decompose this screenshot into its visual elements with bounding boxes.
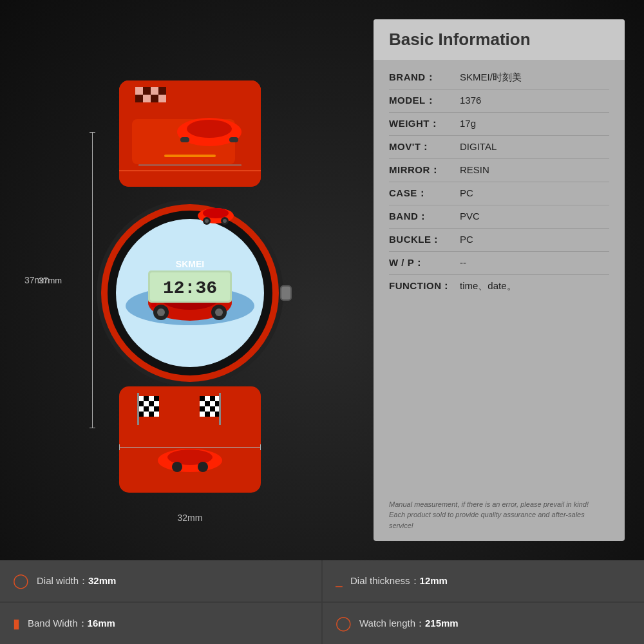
svg-rect-49 [138, 401, 144, 406]
spec-row-1: ◯ Dial width：32mm ⎯ Dial thickness：12mm [0, 560, 644, 601]
svg-rect-52 [154, 401, 159, 406]
info-row-label: BRAND： [389, 71, 460, 84]
svg-rect-64 [210, 396, 215, 401]
svg-rect-70 [200, 406, 205, 412]
band-width-value: 16mm [88, 618, 115, 629]
footer-line1: Manual measurement, if there is an error… [389, 499, 609, 510]
info-header: Basic Information [374, 19, 625, 60]
dial-thickness-icon: ⎯ [336, 574, 343, 588]
band-width-text: Band Width：16mm [28, 618, 115, 630]
info-header-title: Basic Information [389, 30, 531, 49]
horizontal-dimension-line [119, 447, 261, 448]
svg-rect-13 [158, 95, 166, 102]
svg-rect-10 [135, 95, 143, 102]
info-row-label: W / P： [389, 257, 460, 269]
svg-point-81 [172, 462, 182, 472]
info-row-label: MOV'T： [389, 141, 460, 153]
spec-row-2: ▮ Band Width：16mm ◯ Watch length：215mm [0, 603, 644, 644]
svg-rect-19 [138, 164, 242, 166]
info-row-value: 1376 [460, 95, 481, 106]
width-label: 32mm [178, 513, 203, 523]
svg-rect-76 [210, 412, 215, 417]
info-row-label: MIRROR： [389, 164, 460, 176]
svg-rect-8 [151, 87, 158, 95]
info-row-value: -- [460, 257, 466, 268]
svg-rect-58 [144, 412, 149, 417]
info-row: CASE：PC [389, 182, 609, 205]
svg-point-39 [203, 208, 229, 218]
svg-rect-63 [205, 396, 210, 401]
info-row-value: DIGITAL [460, 141, 497, 152]
svg-rect-18 [164, 155, 216, 157]
svg-rect-56 [154, 406, 159, 412]
svg-rect-66 [200, 401, 205, 406]
svg-rect-11 [143, 95, 151, 102]
info-row-value: time、date。 [460, 280, 516, 292]
info-panel: Basic Information BRAND：SKMEI/时刻美MODEL：1… [374, 19, 625, 541]
svg-rect-54 [144, 406, 149, 412]
svg-text:SKMEI: SKMEI [176, 259, 204, 269]
svg-point-31 [215, 308, 223, 316]
svg-rect-72 [210, 406, 215, 412]
info-row: MOV'T：DIGITAL [389, 136, 609, 159]
watch-length-value: 215mm [425, 618, 459, 629]
dial-thickness-value: 12mm [420, 575, 448, 586]
info-body: BRAND：SKMEI/时刻美MODEL：1376WEIGHT：17gMOV'T… [374, 60, 625, 493]
info-row: FUNCTION：time、date。 [389, 275, 609, 298]
svg-rect-12 [151, 95, 158, 102]
info-row-label: CASE： [389, 187, 460, 200]
svg-rect-74 [200, 412, 205, 417]
svg-rect-17 [229, 137, 238, 142]
footer-line2: Each product sold to provide quality ass… [389, 509, 609, 531]
info-row-value: SKMEI/时刻美 [460, 71, 522, 84]
bottom-section: ◯ Dial width：32mm ⎯ Dial thickness：12mm … [0, 560, 644, 644]
info-row-label: BUCKLE： [389, 234, 460, 246]
band-width-label: Band Width： [28, 618, 88, 629]
info-row-value: PC [460, 234, 473, 245]
svg-rect-16 [180, 137, 189, 142]
dial-thickness-label: Dial thickness： [350, 575, 420, 586]
svg-rect-47 [149, 396, 154, 401]
spec-dial-width: ◯ Dial width：32mm [0, 560, 321, 601]
svg-rect-60 [154, 412, 159, 417]
info-row: W / P：-- [389, 252, 609, 275]
info-row: BUCKLE：PC [389, 229, 609, 252]
info-row-value: 17g [460, 118, 476, 129]
info-row-label: WEIGHT： [389, 118, 460, 130]
svg-rect-68 [210, 401, 215, 406]
svg-rect-7 [143, 87, 151, 95]
watch-image: 12:36 SKMEI [80, 80, 299, 480]
spec-band-width: ▮ Band Width：16mm [0, 603, 321, 644]
dial-width-label: Dial width： [37, 575, 88, 586]
info-row-label: MODEL： [389, 95, 460, 107]
svg-rect-55 [149, 406, 154, 412]
info-row: MODEL：1376 [389, 90, 609, 113]
svg-point-43 [223, 219, 227, 223]
dial-width-icon: ◯ [13, 573, 29, 589]
vertical-dimension-line [92, 132, 93, 428]
info-row-value: RESIN [460, 164, 489, 175]
info-footer: Manual measurement, if there is an error… [374, 493, 625, 542]
svg-rect-6 [135, 87, 143, 95]
svg-rect-57 [138, 412, 144, 417]
band-width-icon: ▮ [13, 616, 20, 631]
height-label: 37mm [24, 275, 50, 285]
watch-length-label: Watch length： [359, 618, 425, 629]
watch-length-text: Watch length：215mm [359, 618, 459, 630]
svg-rect-46 [144, 396, 149, 401]
dial-width-text: Dial width：32mm [37, 575, 116, 587]
svg-rect-37 [281, 287, 290, 299]
svg-rect-78 [219, 393, 221, 425]
svg-point-41 [205, 219, 209, 223]
svg-rect-67 [205, 401, 210, 406]
svg-point-29 [157, 308, 165, 316]
info-row: WEIGHT：17g [389, 113, 609, 136]
top-section: 37mm [0, 0, 644, 560]
info-row-label: BAND： [389, 211, 460, 223]
svg-rect-45 [138, 396, 144, 401]
main-container: 37mm [0, 0, 644, 644]
svg-rect-62 [200, 396, 205, 401]
svg-rect-9 [158, 87, 166, 95]
dial-width-value: 32mm [88, 575, 116, 586]
svg-rect-53 [138, 406, 144, 412]
